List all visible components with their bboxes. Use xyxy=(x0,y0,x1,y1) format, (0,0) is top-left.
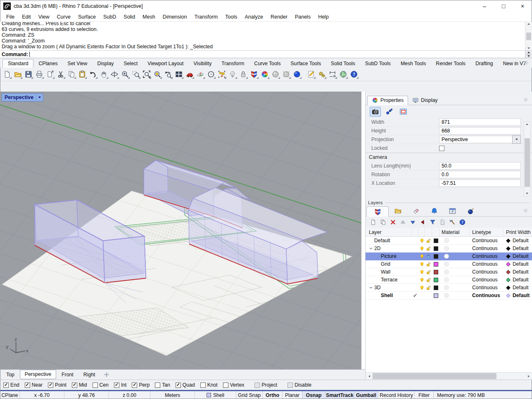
column-header-blank[interactable] xyxy=(418,228,425,236)
osnap-int[interactable]: Int xyxy=(114,382,127,388)
lock-cell[interactable] xyxy=(425,276,432,283)
menu-tools[interactable]: Tools xyxy=(221,13,241,21)
status-cplane[interactable]: CPlane xyxy=(0,391,20,399)
osnap-perp[interactable]: Perp xyxy=(132,382,150,388)
status-grid-snap[interactable]: Grid Snap xyxy=(236,391,263,399)
xray-display-icon[interactable] xyxy=(281,69,292,80)
field-projection[interactable]: Perspective xyxy=(439,136,513,143)
lock-cell[interactable] xyxy=(425,284,432,291)
layer-color-cell[interactable] xyxy=(432,268,440,276)
scroll-down-icon[interactable] xyxy=(526,193,528,194)
osnap-mid[interactable]: Mid xyxy=(72,382,87,388)
lock-objects-icon[interactable] xyxy=(238,69,249,80)
layer-row-terrace[interactable]: TerraceContinuousDefault xyxy=(366,276,532,284)
toolbar-tab-standard[interactable]: Standard xyxy=(2,59,33,68)
command-history[interactable]: Creating meshes... Press Esc to cancel63… xyxy=(0,21,532,50)
color-swatch[interactable] xyxy=(434,246,438,251)
scroll-up-icon[interactable] xyxy=(527,23,530,25)
undo-view-icon[interactable] xyxy=(163,69,173,80)
column-header-blank[interactable] xyxy=(425,228,432,236)
column-header-material[interactable]: Material xyxy=(440,228,470,236)
layer-row-3d[interactable]: 3DContinuousDefault xyxy=(366,284,532,292)
status-smarttrack[interactable]: SmartTrack xyxy=(325,391,354,399)
match-icon[interactable] xyxy=(438,218,446,227)
osnap-point[interactable]: Point xyxy=(48,382,66,388)
checkbox[interactable] xyxy=(254,382,260,388)
scrollbar-thumb[interactable] xyxy=(526,33,531,40)
cut-icon[interactable] xyxy=(55,69,66,80)
visibility-cell[interactable] xyxy=(418,245,425,252)
lock-cell[interactable] xyxy=(425,260,432,268)
color-swatch[interactable] xyxy=(434,278,438,282)
layer-color-cell[interactable] xyxy=(432,245,440,252)
zoom-in-icon[interactable] xyxy=(120,69,131,80)
lock-open-icon[interactable] xyxy=(426,246,431,251)
osnap-near[interactable]: Near xyxy=(25,382,43,388)
layer-color-cell[interactable] xyxy=(432,260,440,268)
camera-icon[interactable] xyxy=(370,107,381,117)
material-cell[interactable] xyxy=(440,245,470,252)
layers-panel-tab-bomb[interactable] xyxy=(461,206,480,216)
add-viewport-icon[interactable] xyxy=(104,372,109,377)
circle-icon[interactable] xyxy=(206,69,216,80)
bulb-icon[interactable] xyxy=(419,269,425,275)
bulb-icon[interactable] xyxy=(419,262,425,267)
shaded-display-icon[interactable] xyxy=(270,69,281,80)
menu-view[interactable]: View xyxy=(35,13,53,21)
command-spinner[interactable] xyxy=(525,51,532,58)
visibility-cell[interactable] xyxy=(418,253,425,260)
menu-file[interactable]: File xyxy=(2,13,18,21)
visibility-cell[interactable] xyxy=(418,237,425,244)
print-width-cell[interactable]: Default xyxy=(504,276,532,283)
gear-icon[interactable] xyxy=(522,208,529,214)
visibility-cell[interactable] xyxy=(418,292,425,299)
toolbar-tab-curve-tools[interactable]: Curve Tools xyxy=(249,59,285,68)
linetype-cell[interactable]: Continuous xyxy=(470,276,504,283)
linetype-cell[interactable]: Continuous xyxy=(470,292,504,299)
material-cell[interactable] xyxy=(440,292,470,299)
layer-row-wall[interactable]: WallContinuousDefault xyxy=(366,268,532,276)
status-shell[interactable]: Shell xyxy=(195,391,236,399)
material-cell[interactable] xyxy=(440,253,470,260)
layers-panel-tab-help-panel[interactable]: ? xyxy=(443,206,461,216)
linetype-cell[interactable]: Continuous xyxy=(470,260,504,268)
osnap-knot[interactable]: Knot xyxy=(200,382,218,388)
status-planar[interactable]: Planar xyxy=(283,391,302,399)
spinner-up-icon[interactable] xyxy=(525,51,532,54)
delete-layer-icon[interactable] xyxy=(389,218,397,227)
command-input[interactable]: Command: xyxy=(0,50,532,58)
checkbox[interactable] xyxy=(48,382,53,388)
layer-color-cell[interactable] xyxy=(432,276,440,283)
bulb-icon[interactable] xyxy=(419,238,425,243)
osnap-cen[interactable]: Cen xyxy=(93,382,109,388)
color-swatch[interactable] xyxy=(434,238,438,243)
layer-row-2d[interactable]: 2DContinuousDefault xyxy=(366,245,532,253)
checkbox[interactable] xyxy=(287,382,293,388)
color-swatch[interactable] xyxy=(434,254,438,259)
checkbox[interactable] xyxy=(114,382,119,388)
osnap-project[interactable]: Project xyxy=(254,382,277,388)
layers-icon[interactable] xyxy=(249,69,259,80)
close-button[interactable]: × xyxy=(513,0,532,12)
camera-section-header[interactable]: Camera xyxy=(366,153,532,162)
osnap-vertex[interactable]: Vertex xyxy=(223,382,245,388)
print-width-cell[interactable]: Default xyxy=(504,245,532,252)
checkbox[interactable] xyxy=(25,382,30,388)
print-icon[interactable] xyxy=(34,69,45,80)
color-swatch[interactable] xyxy=(434,270,438,274)
lock-cell[interactable] xyxy=(425,237,432,244)
linetype-cell[interactable]: Continuous xyxy=(470,245,504,252)
lock-closed-icon[interactable] xyxy=(426,254,431,259)
checkbox[interactable] xyxy=(200,382,206,388)
viewport-tab-perspective[interactable]: Perspective xyxy=(20,370,56,379)
scroll-up-icon[interactable] xyxy=(526,123,528,125)
gear-icon[interactable] xyxy=(522,97,529,103)
status-meters[interactable]: Meters xyxy=(150,391,195,399)
dimension-icon[interactable] xyxy=(327,69,338,80)
import-icon[interactable] xyxy=(45,69,55,80)
menu-subd[interactable]: SubD xyxy=(100,13,120,21)
layers-panel-tab-eraser[interactable] xyxy=(407,206,425,216)
layers-horizontal-scrollbar[interactable] xyxy=(366,372,532,380)
chevron-down-icon[interactable] xyxy=(36,95,43,100)
status-osnap[interactable]: Osnap xyxy=(302,391,325,399)
